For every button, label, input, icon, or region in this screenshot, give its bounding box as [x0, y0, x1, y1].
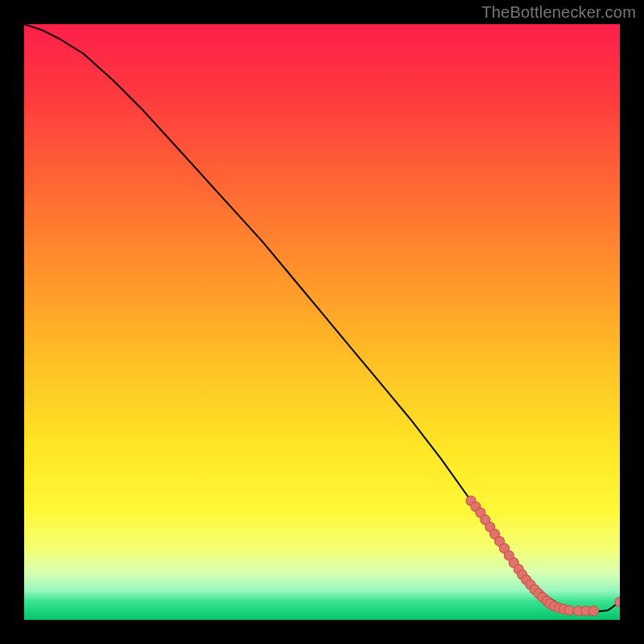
watermark-text: TheBottlenecker.com [481, 3, 636, 22]
data-point-marker [564, 605, 574, 615]
chart-svg [24, 24, 620, 620]
plot-area [24, 24, 620, 620]
gradient-background [24, 24, 620, 620]
data-point-marker [588, 606, 598, 616]
chart-frame: TheBottlenecker.com [0, 0, 644, 644]
